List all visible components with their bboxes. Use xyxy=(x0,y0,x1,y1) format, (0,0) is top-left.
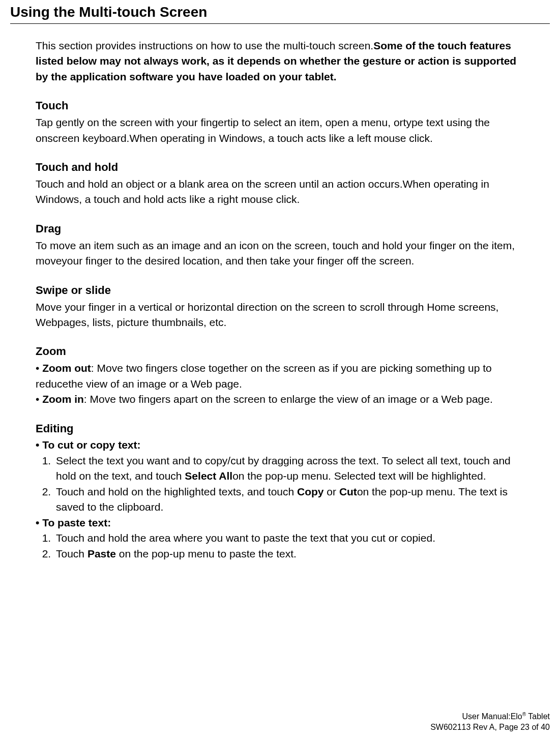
p2c: on the pop-up menu to paste the text. xyxy=(116,548,297,559)
intro-lead: This section provides instructions on ho… xyxy=(36,40,373,51)
zoom-out-line: • Zoom out: Move two fingers close toget… xyxy=(36,361,519,392)
heading-touch-hold: Touch and hold xyxy=(36,159,519,175)
cc1c: on the pop-up menu. Selected text will b… xyxy=(232,470,486,482)
zoom-in-label: Zoom in xyxy=(42,393,84,405)
paste-step-2: Touch Paste on the pop-up menu to paste … xyxy=(54,546,519,561)
paste-step-1: Touch and hold the area where you want t… xyxy=(54,530,519,546)
heading-zoom: Zoom xyxy=(36,343,519,360)
footer-1c: Tablet xyxy=(526,712,550,721)
zoom-in-body: : Move two fingers apart on the screen t… xyxy=(84,393,493,405)
body-swipe: Move your finger in a vertical or horizo… xyxy=(36,300,519,331)
cc2a: Touch and hold on the highlighted texts,… xyxy=(56,486,297,497)
section-drag: Drag To move an item such as an image an… xyxy=(36,221,519,269)
zoom-out-body: : Move two fingers close together on the… xyxy=(36,362,492,389)
section-zoom: Zoom • Zoom out: Move two fingers close … xyxy=(36,343,519,407)
cc2c: or xyxy=(324,486,339,497)
page-footer: User Manual:Elo® Tablet SW602113 Rev A, … xyxy=(430,711,550,733)
body-drag: To move an item such as an image and an … xyxy=(36,238,519,269)
p2b: Paste xyxy=(87,548,116,559)
content-body: This section provides instructions on ho… xyxy=(36,38,519,561)
footer-1a: User Manual:Elo xyxy=(462,712,522,721)
cc2d: Cut xyxy=(339,486,357,497)
intro-paragraph: This section provides instructions on ho… xyxy=(36,38,519,84)
section-editing: Editing • To cut or copy text: Select th… xyxy=(36,421,519,561)
heading-drag: Drag xyxy=(36,221,519,237)
heading-editing: Editing xyxy=(36,421,519,437)
cc2b: Copy xyxy=(297,486,324,497)
section-swipe: Swipe or slide Move your finger in a ver… xyxy=(36,282,519,331)
heading-swipe: Swipe or slide xyxy=(36,282,519,299)
section-touch-hold: Touch and hold Touch and hold an object … xyxy=(36,159,519,208)
footer-line-2: SW602113 Rev A, Page 23 of 40 xyxy=(430,722,550,733)
cut-copy-step-2: Touch and hold on the highlighted texts,… xyxy=(54,484,519,515)
body-touch-hold: Touch and hold an object or a blank area… xyxy=(36,176,519,208)
cut-copy-steps: Select the text you want and to copy/cut… xyxy=(36,453,519,515)
body-touch: Tap gently on the screen with your finge… xyxy=(36,115,519,146)
p2a: Touch xyxy=(56,548,87,559)
cut-copy-label: • To cut or copy text: xyxy=(36,437,519,453)
zoom-in-line: • Zoom in: Move two fingers apart on the… xyxy=(36,392,519,407)
page-title: Using the Multi-touch Screen xyxy=(10,4,550,20)
cut-copy-step-1: Select the text you want and to copy/cut… xyxy=(54,453,519,484)
paste-steps: Touch and hold the area where you want t… xyxy=(36,530,519,561)
cc1b: Select All xyxy=(185,470,232,482)
title-rule xyxy=(10,23,550,24)
footer-line-1: User Manual:Elo® Tablet xyxy=(430,711,550,722)
paste-label: • To paste text: xyxy=(36,515,519,530)
zoom-out-label: Zoom out xyxy=(42,362,91,374)
heading-touch: Touch xyxy=(36,98,519,114)
section-touch: Touch Tap gently on the screen with your… xyxy=(36,98,519,146)
